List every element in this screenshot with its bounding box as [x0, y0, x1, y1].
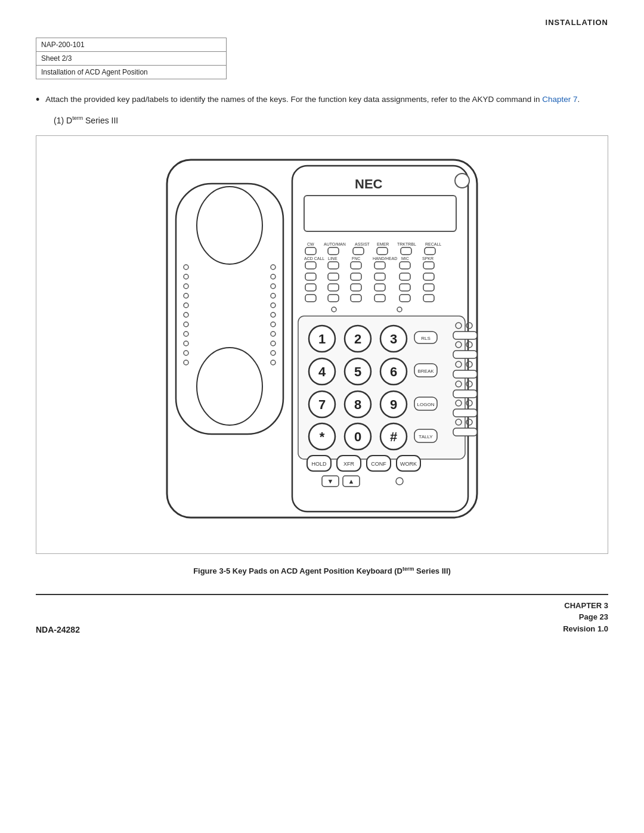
footer-right: CHAPTER 3 Page 23 Revision 1.0 — [563, 600, 608, 635]
info-row-1: NAP-200-101 — [36, 38, 227, 52]
svg-rect-65 — [423, 284, 434, 291]
svg-text:TRKTRBL: TRKTRBL — [397, 242, 416, 246]
svg-rect-55 — [328, 273, 339, 280]
svg-rect-66 — [305, 295, 316, 302]
chapter-link[interactable]: Chapter 7 — [542, 95, 577, 104]
svg-rect-56 — [351, 273, 361, 280]
svg-rect-62 — [351, 284, 361, 291]
svg-rect-40 — [401, 247, 411, 255]
svg-text:2: 2 — [354, 332, 361, 346]
svg-rect-36 — [305, 247, 316, 255]
svg-rect-60 — [305, 284, 316, 291]
svg-rect-118 — [453, 390, 477, 398]
svg-text:CW: CW — [307, 242, 314, 246]
svg-text:▲: ▲ — [348, 478, 355, 485]
bullet-section: • Attach the provided key pad/labels to … — [36, 94, 608, 107]
svg-text:0: 0 — [354, 429, 361, 444]
svg-rect-64 — [400, 284, 410, 291]
diagram-box: NEC CW AUTO/MAN ASSIST EMER TRKTRBL RECA… — [36, 135, 608, 554]
svg-text:ACD CALL: ACD CALL — [304, 256, 324, 261]
svg-text:5: 5 — [354, 364, 361, 379]
svg-rect-61 — [328, 284, 339, 291]
svg-text:EMER: EMER — [377, 242, 389, 246]
svg-rect-121 — [453, 409, 477, 417]
svg-text:RECALL: RECALL — [425, 242, 441, 246]
info-row-3: Installation of ACD Agent Position — [36, 66, 227, 79]
svg-rect-49 — [328, 262, 339, 269]
svg-rect-53 — [423, 262, 434, 269]
svg-text:TALLY: TALLY — [419, 434, 433, 439]
svg-text:AUTO/MAN: AUTO/MAN — [324, 242, 346, 246]
svg-rect-28 — [304, 196, 456, 231]
svg-text:*: * — [320, 429, 325, 444]
svg-rect-57 — [374, 273, 385, 280]
svg-rect-38 — [353, 247, 364, 255]
svg-text:▼: ▼ — [327, 478, 334, 485]
svg-point-29 — [455, 174, 469, 188]
info-row-2: Sheet 2/3 — [36, 52, 227, 66]
svg-rect-115 — [453, 370, 477, 378]
footer: NDA-24282 CHAPTER 3 Page 23 Revision 1.0 — [36, 594, 608, 635]
svg-rect-68 — [351, 295, 361, 302]
svg-rect-54 — [305, 273, 316, 280]
svg-point-2 — [197, 187, 262, 264]
svg-rect-71 — [423, 295, 434, 302]
header-right: INSTALLATION — [36, 18, 608, 27]
figure-caption: Figure 3-5 Key Pads on ACD Agent Positio… — [36, 566, 608, 575]
phone-svg: NEC CW AUTO/MAN ASSIST EMER TRKTRBL RECA… — [131, 148, 513, 541]
svg-rect-70 — [400, 295, 410, 302]
svg-text:SPKR: SPKR — [422, 256, 434, 261]
svg-text:CONF: CONF — [371, 461, 386, 467]
svg-rect-112 — [453, 351, 477, 358]
bullet-icon: • — [36, 94, 39, 107]
svg-point-3 — [197, 348, 262, 425]
svg-rect-52 — [400, 262, 410, 269]
svg-text:WORK: WORK — [400, 461, 417, 467]
svg-rect-59 — [423, 273, 434, 280]
svg-rect-39 — [377, 247, 388, 255]
svg-text:#: # — [390, 429, 397, 444]
svg-rect-50 — [351, 262, 361, 269]
svg-text:HOLD: HOLD — [311, 461, 327, 467]
svg-rect-58 — [400, 273, 410, 280]
svg-text:LOGON: LOGON — [417, 402, 435, 407]
svg-text:RLS: RLS — [421, 336, 431, 341]
svg-rect-41 — [425, 247, 435, 255]
bullet-text: Attach the provided key pad/labels to id… — [45, 94, 580, 106]
phone-diagram: NEC CW AUTO/MAN ASSIST EMER TRKTRBL RECA… — [131, 148, 513, 541]
svg-text:9: 9 — [390, 397, 397, 412]
svg-rect-109 — [453, 332, 477, 339]
svg-text:7: 7 — [318, 397, 326, 412]
svg-rect-51 — [374, 262, 385, 269]
svg-rect-48 — [305, 262, 316, 269]
svg-text:4: 4 — [318, 364, 326, 379]
svg-rect-69 — [374, 295, 385, 302]
svg-text:1: 1 — [318, 332, 326, 346]
svg-text:HAND/HEAD: HAND/HEAD — [373, 256, 397, 261]
svg-text:6: 6 — [390, 364, 397, 379]
svg-rect-67 — [328, 295, 339, 302]
svg-rect-63 — [374, 284, 385, 291]
info-table: NAP-200-101 Sheet 2/3 Installation of AC… — [36, 38, 227, 79]
footer-left: NDA-24282 — [36, 625, 80, 634]
svg-text:LINE: LINE — [328, 256, 338, 261]
svg-text:NEC: NEC — [355, 176, 383, 191]
svg-text:BREAK: BREAK — [417, 368, 434, 374]
svg-text:MIC: MIC — [401, 256, 409, 261]
svg-text:8: 8 — [354, 397, 361, 412]
svg-text:ASSIST: ASSIST — [355, 242, 370, 246]
svg-rect-124 — [453, 428, 477, 436]
svg-text:3: 3 — [390, 332, 397, 346]
svg-text:XFR: XFR — [343, 461, 355, 467]
svg-text:FNC: FNC — [352, 256, 360, 261]
dterm-label: (1) Dterm Series III — [54, 115, 608, 125]
svg-rect-37 — [328, 247, 339, 255]
